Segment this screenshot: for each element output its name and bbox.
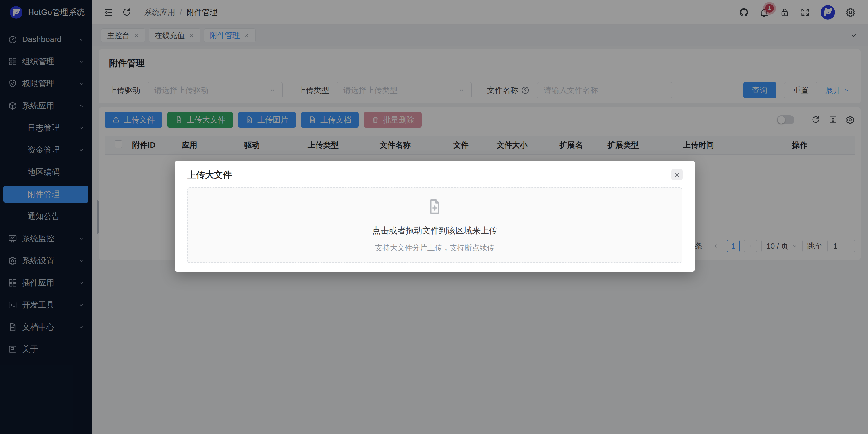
dropzone-sub-text: 支持大文件分片上传，支持断点续传 [375,243,495,253]
modal-close-button[interactable] [671,169,683,180]
dropzone-main-text: 点击或者拖动文件到该区域来上传 [372,225,497,236]
file-add-icon [426,198,443,216]
upload-big-file-modal: 上传大文件 点击或者拖动文件到该区域来上传 支持大文件分片上传，支持断点续传 [175,161,695,271]
app-screen: HotGo管理系统 Dashboard 组织管理 权限管理 系统应用 [0,0,868,434]
file-dropzone[interactable]: 点击或者拖动文件到该区域来上传 支持大文件分片上传，支持断点续传 [187,187,682,263]
modal-title: 上传大文件 [187,169,682,181]
